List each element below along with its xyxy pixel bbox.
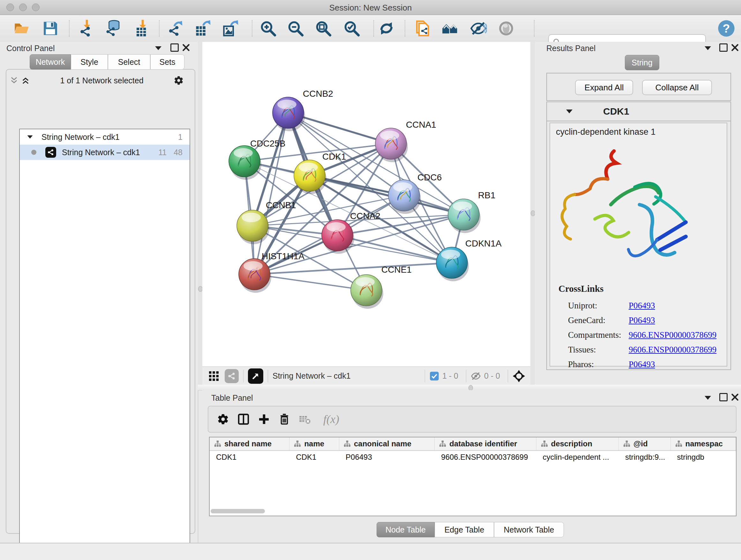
crosslink-link[interactable]: 9606.ENSP00000378699 — [629, 345, 717, 355]
tab-network-table[interactable]: Network Table — [494, 522, 564, 537]
save-session-icon[interactable] — [40, 18, 61, 39]
delete-table-icon[interactable] — [294, 410, 315, 428]
protein-header-row[interactable]: CDK1 — [547, 102, 731, 121]
expand-all-button[interactable]: Expand All — [575, 80, 633, 95]
tree-expander-icon[interactable] — [27, 135, 33, 138]
string-browse-houses-icon[interactable] — [440, 18, 461, 39]
birds-eye-view-icon[interactable] — [248, 368, 263, 384]
table-cell[interactable]: 9606.ENSP00000378699 — [434, 451, 536, 463]
table-cell[interactable]: P06493 — [339, 451, 434, 463]
table-cell[interactable]: CDK1 — [289, 451, 339, 463]
network-node-CCNA1[interactable]: CCNA1 — [375, 120, 436, 162]
splitter-grip[interactable] — [531, 210, 535, 216]
show-graphics-details-icon[interactable] — [496, 18, 516, 39]
panel-collapse-icon[interactable] — [155, 46, 161, 50]
panel-float-icon[interactable] — [719, 393, 728, 401]
panel-close-icon[interactable] — [182, 44, 190, 52]
table-horizontal-scrollbar[interactable] — [211, 509, 265, 513]
table-body: CDK1CDK1P064939606.ENSP00000378699cyclin… — [210, 451, 736, 463]
new-network-from-selection-icon[interactable] — [412, 18, 432, 39]
apply-layout-icon[interactable] — [376, 18, 397, 39]
network-options-gear-icon[interactable] — [174, 75, 184, 85]
column-header-database-identifier[interactable]: database identifier — [434, 437, 536, 450]
network-node-CDK1[interactable]: CDK1 — [294, 152, 346, 194]
delete-column-trash-icon[interactable] — [274, 410, 294, 428]
table-cell[interactable]: stringdb — [671, 451, 736, 463]
toolbar-separator — [252, 20, 253, 37]
collapse-all-button[interactable]: Collapse All — [642, 80, 712, 95]
tab-select[interactable]: Select — [108, 54, 150, 70]
footer-separator — [466, 370, 466, 382]
panel-close-icon[interactable] — [731, 44, 739, 52]
show-grid-icon[interactable] — [208, 370, 219, 382]
network-edge[interactable] — [254, 113, 288, 274]
network-node-CCNB2[interactable]: CCNB2 — [273, 89, 333, 131]
column-header-shared-name[interactable]: shared name — [210, 437, 289, 450]
tab-sets[interactable]: Sets — [150, 54, 185, 70]
column-header-description[interactable]: description — [536, 437, 619, 450]
network-node-CDKN1A[interactable]: CDKN1A — [436, 239, 502, 281]
export-image-icon[interactable] — [221, 18, 241, 39]
network-canvas[interactable]: CCNB2CCNA1CDC25BCDK1CDC6RB1CCNB1CCNA2CDK… — [202, 42, 530, 367]
panel-float-icon[interactable] — [171, 44, 179, 52]
splitter-grip[interactable] — [198, 286, 203, 292]
network-node-CCNB1[interactable]: CCNB1 — [237, 200, 296, 244]
table-cell[interactable]: CDK1 — [210, 451, 289, 463]
network-collection-row[interactable]: String Network – cdk1 1 — [20, 129, 190, 145]
selected-checkbox-icon[interactable] — [429, 371, 439, 381]
crosslink-link[interactable]: 9606.ENSP00000378699 — [629, 330, 717, 340]
vertical-splitter-left[interactable] — [198, 42, 202, 385]
tab-style[interactable]: Style — [71, 54, 108, 70]
fit-content-icon[interactable] — [313, 18, 333, 39]
panel-close-icon[interactable] — [731, 393, 739, 401]
tab-string[interactable]: String — [625, 55, 659, 70]
column-header-canonical-name[interactable]: canonical name — [339, 437, 434, 450]
function-builder-icon[interactable]: f(x) — [323, 413, 339, 426]
hidden-eye-slash-icon[interactable] — [471, 371, 481, 381]
table-settings-gear-icon[interactable] — [213, 410, 233, 428]
collapse-all-icon[interactable] — [10, 76, 18, 85]
show-columns-icon[interactable] — [233, 410, 254, 428]
panel-collapse-icon[interactable] — [704, 46, 711, 50]
column-type-icon — [675, 440, 682, 447]
network-node-CDC25B[interactable]: CDC25B — [229, 138, 285, 180]
export-table-icon[interactable] — [193, 18, 213, 39]
table-row[interactable]: CDK1CDK1P064939606.ENSP00000378699cyclin… — [210, 451, 736, 463]
zoom-out-icon[interactable] — [285, 18, 306, 39]
panel-float-icon[interactable] — [719, 44, 728, 52]
crosshair-icon[interactable] — [513, 370, 525, 382]
expand-all-icon[interactable] — [21, 76, 30, 85]
crosslink-link[interactable]: P06493 — [629, 315, 655, 325]
network-node-CCNE1[interactable]: CCNE1 — [351, 265, 412, 309]
protein-expander-icon[interactable] — [566, 110, 572, 113]
vertical-splitter-right[interactable] — [530, 42, 535, 385]
import-network-file-icon[interactable] — [76, 18, 97, 39]
help-icon[interactable]: ? — [716, 18, 737, 39]
column-header-@id[interactable]: @id — [619, 437, 671, 450]
export-network-icon[interactable] — [165, 18, 186, 39]
table-cell[interactable]: cyclin-dependent ... — [536, 451, 619, 463]
open-session-icon[interactable] — [11, 18, 32, 39]
import-table-file-icon[interactable] — [132, 18, 152, 39]
zoom-selected-icon[interactable] — [341, 18, 362, 39]
add-column-icon[interactable] — [254, 410, 274, 428]
node-label: CDC25B — [250, 138, 285, 148]
horizontal-splitter[interactable] — [198, 385, 741, 390]
tab-network[interactable]: Network — [30, 54, 71, 70]
column-header-namespac[interactable]: namespac — [671, 437, 736, 450]
network-row-selected[interactable]: String Network – cdk1 11 48 — [20, 145, 190, 160]
crosslink-label: Pharos: — [568, 360, 629, 369]
zoom-in-icon[interactable] — [258, 18, 278, 39]
import-network-database-icon[interactable] — [103, 18, 124, 39]
hide-selected-eye-slash-icon[interactable] — [468, 18, 488, 39]
network-node-RB1[interactable]: RB1 — [448, 190, 495, 233]
toolbar-separator — [534, 20, 535, 37]
tab-edge-table[interactable]: Edge Table — [434, 522, 494, 537]
crosslink-link[interactable]: P06493 — [629, 360, 655, 369]
table-cell[interactable]: stringdb:9... — [619, 451, 671, 463]
tab-node-table[interactable]: Node Table — [377, 522, 434, 537]
crosslink-link[interactable]: P06493 — [629, 301, 655, 311]
panel-collapse-icon[interactable] — [704, 396, 711, 400]
column-header-name[interactable]: name — [289, 437, 339, 450]
network-overview-icon[interactable] — [225, 369, 239, 383]
